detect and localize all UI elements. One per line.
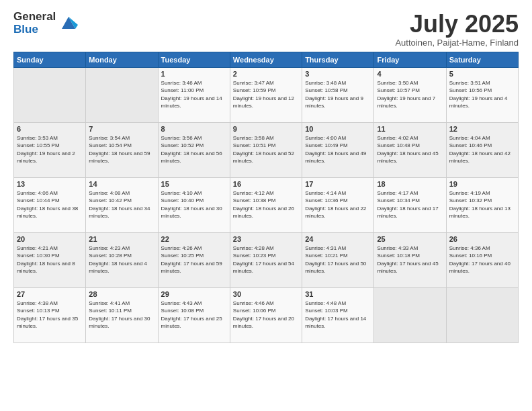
sunset-text: Sunset: 10:46 PM xyxy=(449,142,515,150)
cell-content: Sunrise: 3:54 AMSunset: 10:54 PMDaylight… xyxy=(89,134,154,165)
weekday-header-friday: Friday xyxy=(374,52,446,67)
day-number: 18 xyxy=(377,180,443,188)
daylight-text: Daylight: 17 hours and 40 minutes. xyxy=(449,260,515,275)
daylight-text: Daylight: 19 hours and 7 minutes. xyxy=(377,95,443,110)
calendar-cell: 17Sunrise: 4:14 AMSunset: 10:36 PMDaylig… xyxy=(302,177,374,232)
day-number: 26 xyxy=(449,235,515,243)
calendar-cell: 12Sunrise: 4:04 AMSunset: 10:46 PMDaylig… xyxy=(446,122,518,177)
sunset-text: Sunset: 10:44 PM xyxy=(17,197,83,205)
day-number: 16 xyxy=(233,180,299,188)
cell-content: Sunrise: 3:47 AMSunset: 10:59 PMDaylight… xyxy=(233,79,299,110)
cell-content: Sunrise: 4:08 AMSunset: 10:42 PMDaylight… xyxy=(89,189,154,220)
cell-content: Sunrise: 4:21 AMSunset: 10:30 PMDaylight… xyxy=(17,244,83,275)
daylight-text: Daylight: 17 hours and 14 minutes. xyxy=(305,315,371,330)
sunrise-text: Sunrise: 4:23 AM xyxy=(89,244,154,253)
sunset-text: Sunset: 10:49 PM xyxy=(305,142,371,150)
day-number: 10 xyxy=(305,125,371,133)
week-row-5: 27Sunrise: 4:38 AMSunset: 10:13 PMDaylig… xyxy=(14,287,519,342)
calendar-cell: 28Sunrise: 4:41 AMSunset: 10:11 PMDaylig… xyxy=(86,287,158,342)
daylight-text: Daylight: 18 hours and 13 minutes. xyxy=(449,205,515,220)
day-number: 8 xyxy=(161,125,227,133)
sunset-text: Sunset: 10:58 PM xyxy=(305,87,371,95)
daylight-text: Daylight: 17 hours and 50 minutes. xyxy=(305,260,371,275)
day-number: 13 xyxy=(17,180,83,188)
sunrise-text: Sunrise: 3:53 AM xyxy=(17,134,83,142)
daylight-text: Daylight: 18 hours and 56 minutes. xyxy=(161,150,227,165)
sunset-text: Sunset: 10:16 PM xyxy=(449,252,515,260)
sunset-text: Sunset: 10:21 PM xyxy=(305,252,371,260)
daylight-text: Daylight: 18 hours and 34 minutes. xyxy=(89,205,154,220)
calendar-cell: 31Sunrise: 4:48 AMSunset: 10:03 PMDaylig… xyxy=(302,287,374,342)
day-number: 24 xyxy=(305,235,371,243)
calendar-table: SundayMondayTuesdayWednesdayThursdayFrid… xyxy=(13,52,519,343)
day-number: 28 xyxy=(89,290,154,298)
sunrise-text: Sunrise: 3:54 AM xyxy=(89,134,154,142)
cell-content: Sunrise: 4:33 AMSunset: 10:18 PMDaylight… xyxy=(377,244,443,275)
day-number: 7 xyxy=(89,125,154,133)
calendar-cell xyxy=(14,67,86,122)
day-number: 29 xyxy=(161,290,227,298)
cell-content: Sunrise: 4:28 AMSunset: 10:23 PMDaylight… xyxy=(233,244,299,275)
daylight-text: Daylight: 19 hours and 14 minutes. xyxy=(161,95,227,110)
weekday-header-row: SundayMondayTuesdayWednesdayThursdayFrid… xyxy=(14,52,519,67)
day-number: 27 xyxy=(17,290,83,298)
calendar-cell: 16Sunrise: 4:12 AMSunset: 10:38 PMDaylig… xyxy=(230,177,302,232)
calendar-cell: 24Sunrise: 4:31 AMSunset: 10:21 PMDaylig… xyxy=(302,232,374,287)
sunset-text: Sunset: 11:00 PM xyxy=(161,87,227,95)
sunset-text: Sunset: 10:03 PM xyxy=(305,307,371,315)
sunrise-text: Sunrise: 4:12 AM xyxy=(233,189,299,197)
daylight-text: Daylight: 18 hours and 42 minutes. xyxy=(449,150,515,165)
sunrise-text: Sunrise: 3:51 AM xyxy=(449,79,515,87)
week-row-2: 6Sunrise: 3:53 AMSunset: 10:55 PMDayligh… xyxy=(14,122,519,177)
sunset-text: Sunset: 10:56 PM xyxy=(449,87,515,95)
sunrise-text: Sunrise: 4:06 AM xyxy=(17,189,83,197)
daylight-text: Daylight: 17 hours and 20 minutes. xyxy=(233,315,299,330)
daylight-text: Daylight: 17 hours and 45 minutes. xyxy=(377,260,443,275)
main-title: July 2025 xyxy=(395,11,519,38)
cell-content: Sunrise: 3:48 AMSunset: 10:58 PMDaylight… xyxy=(305,79,371,110)
logo-blue: Blue xyxy=(13,24,56,36)
weekday-header-monday: Monday xyxy=(86,52,158,67)
logo: General Blue xyxy=(13,11,78,36)
daylight-text: Daylight: 18 hours and 59 minutes. xyxy=(89,150,154,165)
cell-content: Sunrise: 3:51 AMSunset: 10:56 PMDaylight… xyxy=(449,79,515,110)
calendar-cell: 18Sunrise: 4:17 AMSunset: 10:34 PMDaylig… xyxy=(374,177,446,232)
sunrise-text: Sunrise: 3:56 AM xyxy=(161,134,227,142)
sunset-text: Sunset: 10:51 PM xyxy=(233,142,299,150)
daylight-text: Daylight: 18 hours and 4 minutes. xyxy=(89,260,154,275)
sunset-text: Sunset: 10:08 PM xyxy=(161,307,227,315)
sunset-text: Sunset: 10:30 PM xyxy=(17,252,83,260)
calendar-cell xyxy=(86,67,158,122)
cell-content: Sunrise: 4:48 AMSunset: 10:03 PMDaylight… xyxy=(305,300,371,330)
sunset-text: Sunset: 10:13 PM xyxy=(17,307,83,315)
calendar-cell: 22Sunrise: 4:26 AMSunset: 10:25 PMDaylig… xyxy=(158,232,230,287)
daylight-text: Daylight: 18 hours and 49 minutes. xyxy=(305,150,371,165)
day-number: 25 xyxy=(377,235,443,243)
sunrise-text: Sunrise: 3:46 AM xyxy=(161,79,227,87)
calendar-cell: 19Sunrise: 4:19 AMSunset: 10:32 PMDaylig… xyxy=(446,177,518,232)
sunset-text: Sunset: 10:32 PM xyxy=(449,197,515,205)
page: General Blue July 2025 Auttoinen, Paijat… xyxy=(0,0,532,411)
calendar-cell: 8Sunrise: 3:56 AMSunset: 10:52 PMDayligh… xyxy=(158,122,230,177)
sunset-text: Sunset: 10:11 PM xyxy=(89,307,154,315)
calendar-cell: 9Sunrise: 3:58 AMSunset: 10:51 PMDayligh… xyxy=(230,122,302,177)
cell-content: Sunrise: 4:31 AMSunset: 10:21 PMDaylight… xyxy=(305,244,371,275)
calendar-cell: 6Sunrise: 3:53 AMSunset: 10:55 PMDayligh… xyxy=(14,122,86,177)
calendar-cell: 14Sunrise: 4:08 AMSunset: 10:42 PMDaylig… xyxy=(86,177,158,232)
sunrise-text: Sunrise: 4:21 AM xyxy=(17,244,83,253)
cell-content: Sunrise: 3:50 AMSunset: 10:57 PMDaylight… xyxy=(377,79,443,110)
cell-content: Sunrise: 4:04 AMSunset: 10:46 PMDaylight… xyxy=(449,134,515,165)
sunrise-text: Sunrise: 4:04 AM xyxy=(449,134,515,142)
weekday-header-wednesday: Wednesday xyxy=(230,52,302,67)
calendar-cell: 4Sunrise: 3:50 AMSunset: 10:57 PMDayligh… xyxy=(374,67,446,122)
day-number: 1 xyxy=(161,70,227,78)
daylight-text: Daylight: 19 hours and 9 minutes. xyxy=(305,95,371,110)
day-number: 23 xyxy=(233,235,299,243)
calendar-cell: 7Sunrise: 3:54 AMSunset: 10:54 PMDayligh… xyxy=(86,122,158,177)
day-number: 20 xyxy=(17,235,83,243)
sunrise-text: Sunrise: 3:48 AM xyxy=(305,79,371,87)
sunrise-text: Sunrise: 3:47 AM xyxy=(233,79,299,87)
week-row-1: 1Sunrise: 3:46 AMSunset: 11:00 PMDayligh… xyxy=(14,67,519,122)
calendar-cell: 25Sunrise: 4:33 AMSunset: 10:18 PMDaylig… xyxy=(374,232,446,287)
calendar-cell: 21Sunrise: 4:23 AMSunset: 10:28 PMDaylig… xyxy=(86,232,158,287)
